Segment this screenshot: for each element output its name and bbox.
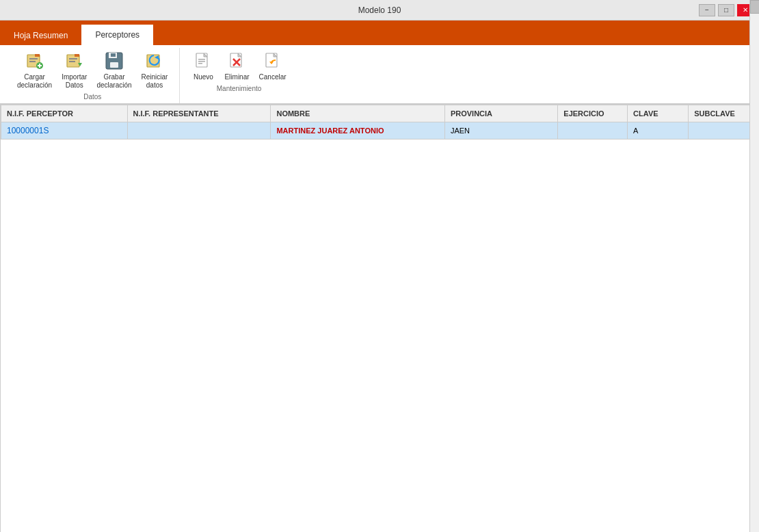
- eliminar-button[interactable]: Eliminar: [221, 48, 252, 83]
- col-provincia: PROVINCIA: [444, 105, 557, 122]
- tab-bar: Hoja Resumen Perceptores: [0, 21, 759, 45]
- ribbon: Cargar declaración Importar Datos: [0, 45, 759, 104]
- window-title: Modelo 190: [60, 5, 699, 15]
- cell-subclave: [689, 122, 758, 139]
- grabar-label: Grabar declaración: [96, 73, 131, 90]
- col-nombre: NOMBRE: [271, 105, 444, 122]
- nuevo-label: Nuevo: [194, 73, 213, 81]
- nif-link[interactable]: 10000001S: [7, 126, 49, 135]
- svg-rect-14: [110, 62, 118, 68]
- cell-nombre: MARTINEZ JUAREZ ANTONIO: [271, 122, 444, 139]
- grabar-declaracion-button[interactable]: Grabar declaración: [93, 48, 135, 92]
- table-container: N.I.F. PERCEPTOR N.I.F. REPRESENTANTE NO…: [1, 105, 758, 532]
- vertical-scrollbar[interactable]: [749, 104, 759, 532]
- ribbon-mant-label: Mantenimiento: [217, 85, 262, 95]
- grabar-icon: [103, 50, 125, 72]
- svg-rect-20: [198, 59, 205, 60]
- cell-representante: [127, 122, 271, 139]
- tab-hoja-resumen[interactable]: Hoja Resumen: [0, 26, 81, 45]
- ribbon-group-datos: Cargar declaración Importar Datos: [5, 48, 180, 103]
- col-nif-representante: N.I.F. REPRESENTANTE: [127, 105, 271, 122]
- svg-marker-8: [75, 54, 79, 57]
- col-subclave: SUBCLAVE: [689, 105, 758, 122]
- cancelar-label: Cancelar: [259, 73, 287, 81]
- nuevo-button[interactable]: Nuevo: [188, 48, 218, 83]
- tab-perceptores[interactable]: Perceptores: [81, 25, 153, 45]
- svg-rect-9: [69, 58, 77, 59]
- col-ejercicio: EJERCICIO: [558, 105, 628, 122]
- reiniciar-label: Reiniciar datos: [142, 73, 168, 90]
- svg-rect-2: [29, 58, 38, 59]
- cell-provincia: JAEN: [444, 122, 557, 139]
- cancelar-button[interactable]: Cancelar: [256, 48, 290, 83]
- ribbon-datos-buttons: Cargar declaración Importar Datos: [14, 48, 171, 92]
- importar-icon: [64, 50, 85, 72]
- importar-datos-button[interactable]: Importar Datos: [58, 48, 90, 92]
- table-row[interactable]: 10000001S MARTINEZ JUAREZ ANTONIO JAEN A: [1, 122, 758, 139]
- col-clave: CLAVE: [628, 105, 689, 122]
- reiniciar-icon: [144, 50, 165, 72]
- svg-rect-10: [69, 61, 75, 62]
- svg-rect-15: [111, 53, 116, 57]
- svg-rect-22: [198, 63, 202, 64]
- cell-clave: A: [628, 122, 689, 139]
- ribbon-group-mantenimiento: Nuevo Eliminar: [180, 48, 297, 95]
- reiniciar-datos-button[interactable]: Reiniciar datos: [138, 48, 172, 92]
- nuevo-icon: [192, 50, 214, 72]
- svg-rect-21: [198, 61, 205, 62]
- cell-nif: 10000001S: [1, 122, 128, 139]
- cancelar-icon: [262, 50, 284, 72]
- ribbon-datos-label: Datos: [83, 93, 101, 103]
- eliminar-icon: [226, 50, 248, 72]
- col-nif-perceptor: N.I.F. PERCEPTOR: [1, 105, 128, 122]
- svg-rect-6: [38, 65, 42, 66]
- eliminar-label: Eliminar: [224, 73, 249, 81]
- cargar-icon: [24, 50, 46, 72]
- title-bar: Modelo 190 − □ ✕: [0, 0, 759, 21]
- cargar-label: Cargar declaración: [17, 73, 52, 90]
- maximize-button[interactable]: □: [718, 4, 734, 16]
- perceptores-table: N.I.F. PERCEPTOR N.I.F. REPRESENTANTE NO…: [1, 105, 758, 139]
- importar-label: Importar Datos: [62, 73, 87, 90]
- cell-ejercicio: [558, 122, 628, 139]
- svg-marker-1: [35, 54, 40, 57]
- svg-rect-3: [29, 61, 36, 62]
- ribbon-mant-buttons: Nuevo Eliminar: [188, 48, 289, 83]
- minimize-button[interactable]: −: [699, 4, 715, 16]
- cargar-declaracion-button[interactable]: Cargar declaración: [14, 48, 55, 92]
- window-controls: − □ ✕: [699, 4, 754, 16]
